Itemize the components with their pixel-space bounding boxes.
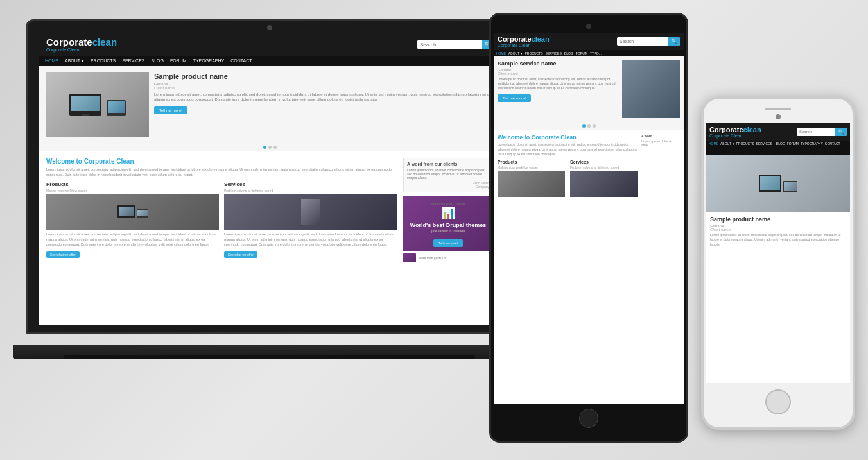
tablet-welcome-body: Lorem ipsum dolor sit amet, consectetur …: [498, 142, 638, 157]
phone-screen: Corporateclean Corporate Clean 🔍 HOME AB…: [706, 123, 850, 384]
phone-search[interactable]: 🔍: [797, 128, 847, 136]
laptop-two-col: Products Making your workflow easier: [46, 182, 397, 259]
phone-hero-image: [706, 155, 850, 212]
phone-search-input[interactable]: [797, 128, 835, 135]
promo-icon: 📊: [407, 206, 489, 220]
laptop-nav-services[interactable]: SERVICES: [122, 58, 144, 64]
phone-hero-body: Lorem ipsum dolor sit amet, consectetur …: [710, 233, 846, 248]
tablet-search[interactable]: 🔍: [617, 37, 680, 46]
laptop-hero-dots: [39, 143, 501, 151]
hero-dot-2: [268, 146, 272, 149]
monitor-screen: [71, 96, 100, 111]
laptop-welcome-body: Lorem ipsum dolor sit amet, consectetur …: [46, 167, 397, 178]
tablet-main: Welcome to Corporate Clean Lorem ipsum d…: [494, 130, 684, 203]
laptop-services-title: Services: [224, 182, 397, 187]
laptop-main: Welcome to Corporate Clean Lorem ipsum d…: [39, 151, 501, 269]
tablet-nav-home[interactable]: HOME: [496, 51, 506, 55]
tablet-hero-button[interactable]: Tell me more!: [498, 94, 531, 102]
tablet-services-title: Services: [570, 160, 638, 164]
phone-nav: HOME ABOUT ▾ PRODUCTS SERVICES BLOG FORU…: [706, 141, 850, 155]
phone-nav-services[interactable]: SERVICES: [756, 142, 772, 153]
laptop-search-input[interactable]: [417, 40, 482, 49]
tablet-site-header: Corporateclean Corporate Clean 🔍: [494, 33, 684, 50]
laptop-logo-text: Corporateclean: [46, 37, 117, 47]
phone-nav-blog[interactable]: BLOG: [776, 142, 785, 153]
tablet-nav-services[interactable]: SERVICES: [546, 51, 562, 55]
phone-logo-sub: Corporate Clean: [709, 133, 761, 138]
tablet-two-col: Products Making your workflow easier Ser…: [498, 160, 638, 199]
laptop-hero-button[interactable]: Tell me more!: [154, 106, 187, 114]
tablet-logo-text: Corporateclean: [498, 35, 550, 43]
laptop-hero-client: Client name: [154, 86, 493, 90]
phone-nav-home[interactable]: HOME: [709, 142, 718, 153]
laptop-nav-about[interactable]: ABOUT ▾: [65, 58, 84, 64]
phone-nav-contact[interactable]: CONTACT: [825, 142, 840, 153]
tablet-services-image: [570, 171, 638, 197]
phone-site-header: Corporateclean Corporate Clean 🔍: [706, 123, 850, 141]
tablet-nav-typo[interactable]: TYPO...: [590, 51, 602, 55]
laptop-nav-forum[interactable]: FORUM: [170, 58, 187, 64]
tablet-products-title: Products: [498, 160, 565, 164]
tablet-main-left: Welcome to Corporate Clean Lorem ipsum d…: [498, 134, 638, 199]
phone-nav-products[interactable]: PRODUCTS: [736, 142, 754, 153]
tablet-hero-body: Lorem ipsum dolor sit amet, consectetur …: [498, 77, 618, 90]
tablet-search-button[interactable]: 🔍: [668, 37, 680, 46]
tablet-welcome-title: Welcome to Corporate Clean: [498, 134, 638, 141]
phone-logo-corporate: Corporate: [709, 126, 743, 133]
tablet-home-button[interactable]: [579, 409, 598, 428]
laptop-promo-box: More than (just) Themes 📊 World's best D…: [403, 196, 493, 251]
phone-nav-typography[interactable]: TYPOGRAPHY: [801, 142, 823, 153]
laptop-logo-sub: Corporate Clean: [46, 47, 117, 52]
laptop-search[interactable]: 🔍: [417, 40, 493, 49]
phone-search-button[interactable]: 🔍: [835, 128, 847, 136]
laptop-hero-image: [46, 72, 149, 137]
laptop-products-body: Lorem ipsum dolor sit amet, consectetur …: [46, 232, 219, 248]
laptop-products-button[interactable]: See what we offer: [46, 251, 80, 258]
laptop-products-col: Products Making your workflow easier: [46, 182, 219, 259]
laptop-nav-contact[interactable]: CONTACT: [230, 58, 252, 64]
laptop-screen: Corporateclean Corporate Clean 🔍 HOME AB…: [39, 33, 501, 325]
laptop-hero-body: Lorem ipsum dolor sit amet, consectetur …: [154, 92, 493, 103]
laptop-products-sub: Making your workflow easier: [46, 189, 219, 192]
hero-dot-3: [273, 146, 277, 149]
laptop-services-sub: Problem solving at lightning speed: [224, 189, 397, 192]
tablet-camera: [586, 24, 591, 29]
phone-home-button[interactable]: [765, 389, 791, 414]
laptop-nav-home[interactable]: HOME: [45, 58, 58, 64]
tablet-search-input[interactable]: [617, 38, 668, 45]
tablet-nav-about[interactable]: ABOUT ▾: [508, 51, 523, 55]
laptop-body: Corporateclean Corporate Clean 🔍 HOME AB…: [26, 19, 514, 334]
laptop-hero-title: Sample product name: [154, 72, 493, 80]
phone-logo-text: Corporateclean: [709, 126, 761, 133]
hero-dot-1: [263, 146, 266, 149]
tablet-hero: Sample service name General Client name …: [494, 56, 684, 122]
phone-hero-text: Sample product name General Client name …: [706, 212, 850, 251]
phone-logo-clean: clean: [743, 126, 761, 133]
tablet-hero-title: Sample service name: [498, 60, 618, 67]
tablet-dot-2: [587, 124, 591, 128]
laptop-nav-typography[interactable]: TYPOGRAPHY: [193, 58, 225, 64]
tablet-products-sub: Making your workflow easier: [498, 166, 565, 169]
laptop-nav-products[interactable]: PRODUCTS: [91, 58, 116, 64]
phone-hero-client: Client name: [710, 228, 846, 232]
tablet-nav-products[interactable]: PRODUCTS: [525, 51, 543, 55]
laptop-services-col: Services Problem solving at lightning sp…: [224, 182, 397, 259]
phone-nav-about[interactable]: ABOUT ▾: [720, 142, 734, 153]
laptop-services-button[interactable]: See what we offer: [224, 251, 257, 258]
tablet-nav-forum[interactable]: FORUM: [576, 51, 587, 55]
laptop-main-right: A word from our clients Lorem ipsum dolo…: [403, 158, 493, 262]
laptop-logo: Corporateclean Corporate Clean: [46, 37, 117, 52]
laptop-site-header: Corporateclean Corporate Clean 🔍: [39, 33, 501, 56]
tablet-dot-3: [593, 124, 596, 128]
more-themes-label: More than (just) Th...: [419, 256, 448, 260]
phone-nav-forum[interactable]: FORUM: [787, 142, 799, 153]
tablet-hero-dots: [494, 122, 684, 130]
laptop-promo-button[interactable]: Tell me more!: [433, 239, 463, 247]
tablet-products-image: [498, 171, 565, 197]
tablet-nav-blog[interactable]: BLOG: [564, 51, 573, 55]
phone-speaker: [765, 108, 791, 110]
laptop-nav-blog[interactable]: BLOG: [152, 58, 164, 64]
tablet-word-title: A word...: [641, 134, 680, 138]
tablet-logo-clean: clean: [532, 35, 550, 43]
laptop-main-left: Welcome to Corporate Clean Lorem ipsum d…: [46, 158, 397, 262]
